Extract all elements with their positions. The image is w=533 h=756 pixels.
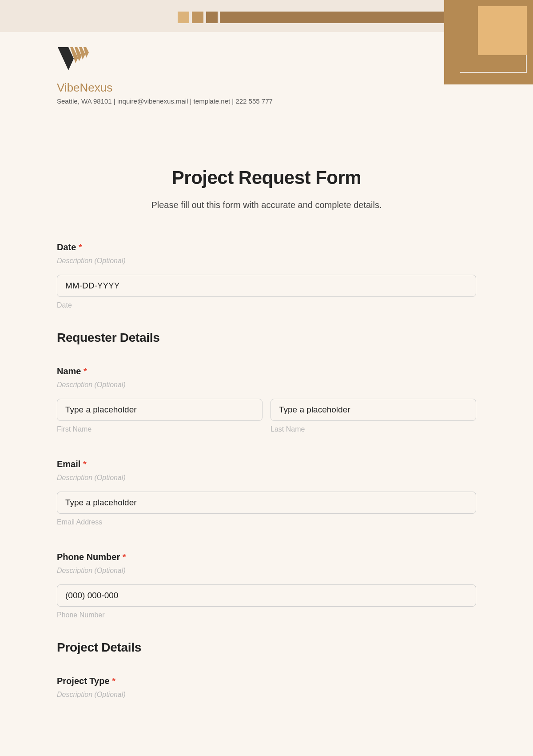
form-subtitle: Please fill out this form with accurate … — [57, 200, 476, 210]
field-sublabel: Phone Number — [57, 611, 476, 619]
label-text: Date — [57, 242, 76, 252]
section-requester-details: Requester Details — [57, 331, 476, 345]
phone-input[interactable] — [57, 584, 476, 607]
field-description: Description (Optional) — [57, 257, 476, 265]
field-name: Name * Description (Optional) First Name… — [57, 366, 476, 433]
first-name-input[interactable] — [57, 399, 263, 421]
field-description: Description (Optional) — [57, 381, 476, 389]
deco-block — [192, 12, 203, 23]
field-label: Date * — [57, 242, 476, 252]
field-label: Project Type * — [57, 676, 476, 686]
last-name-input[interactable] — [270, 399, 476, 421]
field-description: Description (Optional) — [57, 474, 476, 482]
field-project-type: Project Type * Description (Optional) — [57, 676, 476, 699]
logo-icon — [57, 46, 91, 78]
required-star: * — [79, 242, 82, 252]
field-description: Description (Optional) — [57, 691, 476, 699]
header-decoration-blocks — [178, 12, 218, 23]
label-text: Phone Number — [57, 552, 120, 562]
form-title: Project Request Form — [57, 167, 476, 188]
required-star: * — [112, 676, 115, 686]
field-label: Email * — [57, 459, 476, 469]
section-project-details: Project Details — [57, 640, 476, 655]
field-label: Phone Number * — [57, 552, 476, 562]
deco-block — [178, 12, 189, 23]
brand-contact: Seattle, WA 98101 | inquire@vibenexus.ma… — [57, 97, 533, 105]
field-sublabel: Date — [57, 301, 476, 309]
field-phone: Phone Number * Description (Optional) Ph… — [57, 552, 476, 619]
label-text: Email — [57, 459, 80, 469]
field-description: Description (Optional) — [57, 567, 476, 575]
field-label: Name * — [57, 366, 476, 376]
required-star: * — [123, 552, 126, 562]
label-text: Name — [57, 366, 81, 376]
field-date: Date * Description (Optional) Date — [57, 242, 476, 309]
required-star: * — [84, 366, 87, 376]
date-input[interactable] — [57, 275, 476, 297]
field-email: Email * Description (Optional) Email Add… — [57, 459, 476, 526]
required-star: * — [83, 459, 87, 469]
field-sublabel: Email Address — [57, 518, 476, 526]
field-sublabel: First Name — [57, 425, 263, 433]
deco-block — [206, 12, 218, 23]
corner-layer — [478, 6, 527, 55]
email-input[interactable] — [57, 492, 476, 514]
label-text: Project Type — [57, 676, 110, 686]
form-container: Project Request Form Please fill out thi… — [0, 105, 533, 716]
field-sublabel: Last Name — [270, 425, 476, 433]
corner-decoration — [431, 0, 533, 89]
